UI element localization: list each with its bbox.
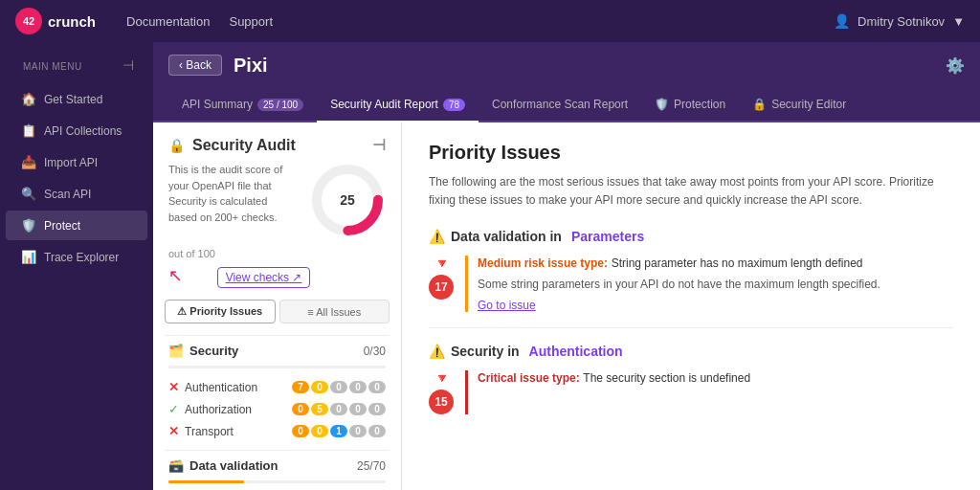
back-button[interactable]: ‹ Back xyxy=(168,55,222,76)
back-label: ‹ Back xyxy=(179,58,212,72)
sidebar-item-trace-explorer[interactable]: 📊 Trace Explorer xyxy=(6,242,147,272)
authz-badge-2: 0 xyxy=(330,403,347,415)
tab-badge-security-audit: 78 xyxy=(443,99,465,111)
top-nav-right: 👤 Dmitry Sotnikov ▼ xyxy=(834,13,965,29)
priority-issues-tab[interactable]: ⚠ Priority Issues xyxy=(165,300,276,323)
tabs-bar: API Summary 25 / 100 Security Audit Repo… xyxy=(153,88,980,122)
sidebar: MAIN MENU ⊣ 🏠 Get Started 📋 API Collecti… xyxy=(0,42,153,490)
logo: 42 crunch xyxy=(15,8,96,34)
issue-2-content: Critical issue type: The security sectio… xyxy=(465,370,953,414)
authz-badge-3: 0 xyxy=(349,403,367,415)
security-section-title: 🗂️ Security xyxy=(168,344,238,358)
left-panel: 🔒 Security Audit ⊣ This is the audit sco… xyxy=(153,122,402,490)
authz-badges: 0 5 0 0 0 xyxy=(292,403,386,415)
audit-header: 🔒 Security Audit ⊣ xyxy=(153,122,401,162)
all-issues-tab[interactable]: ≡ All Issues xyxy=(279,300,390,323)
nav-documentation[interactable]: Documentation xyxy=(126,14,210,29)
security-progress-bar xyxy=(168,366,386,368)
app-body: MAIN MENU ⊣ 🏠 Get Started 📋 API Collecti… xyxy=(0,42,980,490)
sidebar-item-api-collections[interactable]: 📋 API Collections xyxy=(6,116,147,145)
auth-status-icon: ✕ xyxy=(168,380,179,394)
auth-badge-1: 0 xyxy=(311,381,328,393)
transport-badge-3: 0 xyxy=(349,425,367,437)
dv-progress-fill xyxy=(168,480,244,483)
nav-links: Documentation Support xyxy=(126,14,273,29)
sidebar-item-import-api[interactable]: 📥 Import API xyxy=(6,147,147,177)
score-out-of: out of 100 xyxy=(153,248,401,263)
content-area: ‹ Back Pixi ⚙️ API Summary 25 / 100 Secu… xyxy=(153,42,980,490)
tab-label-conformance-scan: Conformance Scan Report xyxy=(492,98,628,111)
tab-api-summary[interactable]: API Summary 25 / 100 xyxy=(168,88,317,122)
right-panel: Priority Issues The following are the mo… xyxy=(402,122,980,490)
sidebar-collapse-icon[interactable]: ⊣ xyxy=(122,57,145,73)
issue-item-1: 🔻 17 Medium risk issue type: String para… xyxy=(429,256,953,312)
sidebar-label-trace-explorer: Trace Explorer xyxy=(44,251,119,264)
sidebar-label-get-started: Get Started xyxy=(44,93,102,106)
auth-badge-4: 0 xyxy=(368,381,386,393)
trace-icon: 📊 xyxy=(21,250,36,264)
check-transport: ✕ Transport 0 0 1 0 0 xyxy=(153,420,401,442)
transport-label: Transport xyxy=(185,425,286,438)
home-icon: 🏠 xyxy=(21,92,36,106)
issues-tabs: ⚠ Priority Issues ≡ All Issues xyxy=(165,300,390,323)
issue-1-arrow-icon: 🔻 xyxy=(434,256,450,271)
donut-chart: 25 xyxy=(309,162,386,238)
issue-2-arrow-icon: 🔻 xyxy=(434,370,450,386)
issue-2-section-link[interactable]: Authentication xyxy=(529,344,623,359)
tab-protection[interactable]: 🛡️ Protection xyxy=(641,88,739,122)
logo-text: crunch xyxy=(48,13,96,30)
go-to-issue-1[interactable]: Go to issue xyxy=(478,299,953,312)
page-header: ‹ Back Pixi ⚙️ xyxy=(153,42,980,88)
security-score: 0/30 xyxy=(364,345,386,358)
protection-tab-icon: 🛡️ xyxy=(655,98,669,111)
sidebar-label-import-api: Import API xyxy=(44,156,98,169)
arrow-decoration: ↗ xyxy=(153,263,198,290)
import-icon: 📥 xyxy=(21,155,36,169)
authz-badge-4: 0 xyxy=(368,403,386,415)
tab-security-audit[interactable]: Security Audit Report 78 xyxy=(317,88,479,122)
top-nav: 42 crunch Documentation Support 👤 Dmitry… xyxy=(0,0,980,42)
check-authorization: ✓ Authorization 0 5 0 0 0 xyxy=(153,398,401,420)
tab-label-api-summary: API Summary xyxy=(182,98,253,111)
settings-icon[interactable]: ⚙️ xyxy=(946,56,965,75)
sidebar-item-get-started[interactable]: 🏠 Get Started xyxy=(6,84,147,114)
priority-issues-desc: The following are the most serious issue… xyxy=(429,173,953,210)
sidebar-label-api-collections: API Collections xyxy=(44,124,122,138)
score-value: 25 xyxy=(340,192,355,208)
issue-1-type-label: Medium risk issue type: xyxy=(478,256,608,270)
tab-conformance-scan[interactable]: Conformance Scan Report xyxy=(479,88,641,122)
scan-icon: 🔍 xyxy=(21,187,36,201)
issue-2-section-title: Security in xyxy=(451,344,520,359)
sidebar-item-protect[interactable]: 🛡️ Protect xyxy=(6,211,147,240)
view-checks-link[interactable]: View checks ↗ xyxy=(217,267,311,288)
user-dropdown-icon[interactable]: ▼ xyxy=(952,14,965,29)
transport-badge-2: 1 xyxy=(330,425,347,437)
auth-label: Authentication xyxy=(185,381,286,394)
issue-1-section-title: Data validation in xyxy=(451,229,562,244)
issue-item-2: 🔻 15 Critical issue type: The security s… xyxy=(429,370,953,414)
check-authentication: ✕ Authentication 7 0 0 0 0 xyxy=(153,376,401,398)
issue-section-2-header: ⚠️ Security in Authentication xyxy=(429,344,953,359)
tab-badge-api-summary: 25 / 100 xyxy=(257,99,303,111)
data-validation-icon: 🗃️ xyxy=(168,458,184,473)
nav-support[interactable]: Support xyxy=(229,14,273,29)
security-editor-tab-icon: 🔒 xyxy=(752,98,767,111)
issue-1-section-link[interactable]: Parameters xyxy=(571,229,644,244)
auth-badge-2: 0 xyxy=(330,381,347,393)
audit-collapse-icon[interactable]: ⊣ xyxy=(372,136,386,154)
transport-badge-0: 0 xyxy=(292,425,309,437)
audit-title: Security Audit xyxy=(192,137,296,154)
api-collections-icon: 📋 xyxy=(21,123,36,138)
main-panels: 🔒 Security Audit ⊣ This is the audit sco… xyxy=(153,122,980,490)
auth-badge-0: 7 xyxy=(292,381,309,393)
user-icon: 👤 xyxy=(834,13,850,29)
tab-security-editor[interactable]: 🔒 Security Editor xyxy=(739,88,859,122)
issue-1-info-icon: ⚠️ xyxy=(429,229,445,244)
sidebar-item-scan-api[interactable]: 🔍 Scan API xyxy=(6,179,147,209)
sidebar-section-header: MAIN MENU ⊣ xyxy=(0,54,153,83)
priority-issues-title: Priority Issues xyxy=(429,142,953,164)
authz-status-icon: ✓ xyxy=(168,402,179,416)
page-title: Pixi xyxy=(234,55,268,77)
user-name: Dmitry Sotnikov xyxy=(858,14,945,29)
dv-progress-bar xyxy=(168,480,386,483)
